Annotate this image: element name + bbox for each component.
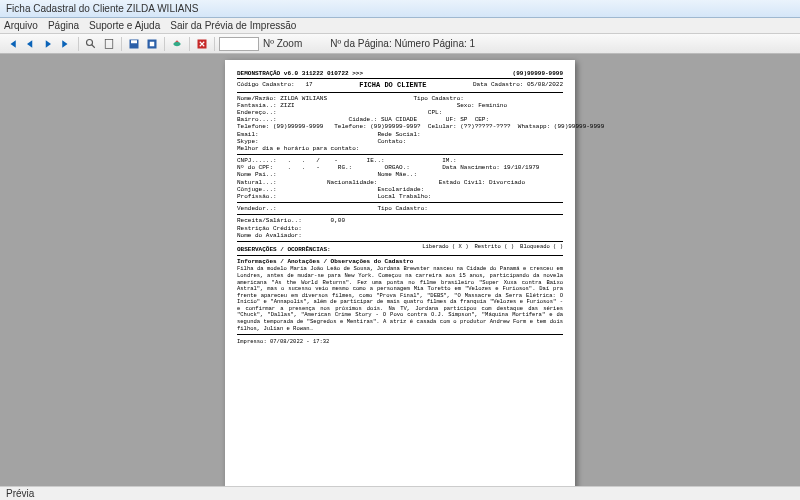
data-cadastro: Data Cadastro: 05/08/2022 bbox=[473, 81, 563, 89]
field-receita: Receita/Salário..: 0,00 bbox=[237, 217, 563, 224]
nav-last-button[interactable] bbox=[58, 36, 74, 52]
window-titlebar: Ficha Cadastral do Cliente ZILDA WILIANS bbox=[0, 0, 800, 18]
report-page: DEMONSTRAÇÃO v6.0 311222 010722 >>> (99)… bbox=[225, 60, 575, 486]
report-header-left: DEMONSTRAÇÃO v6.0 311222 010722 >>> bbox=[237, 70, 363, 77]
svg-point-0 bbox=[87, 39, 93, 45]
field-profissao: Profissão.: Local Trabalho: bbox=[237, 193, 563, 200]
field-telefone: Telefone: (99)99999-9999 Telefone: (99)9… bbox=[237, 123, 563, 130]
menu-suporte[interactable]: Suporte e Ajuda bbox=[89, 20, 160, 31]
menu-arquivo[interactable]: Arquivo bbox=[4, 20, 38, 31]
close-button[interactable] bbox=[194, 36, 210, 52]
codigo-value: 17 bbox=[305, 81, 312, 88]
nav-next-button[interactable] bbox=[40, 36, 56, 52]
flag-restrito: Restrito ( ) bbox=[474, 244, 514, 253]
separator bbox=[214, 37, 215, 51]
obs-title: OBSERVAÇÕES / OCORRÊNCIAS: bbox=[237, 246, 331, 253]
field-restricao: Restrição Crédito: bbox=[237, 225, 563, 232]
open-button[interactable] bbox=[144, 36, 160, 52]
flag-liberado: Liberado ( X ) bbox=[422, 244, 468, 253]
menu-sair[interactable]: Sair da Prévia de Impressão bbox=[170, 20, 296, 31]
preview-workspace: DEMONSTRAÇÃO v6.0 311222 010722 >>> (99)… bbox=[0, 54, 800, 486]
svg-rect-5 bbox=[150, 41, 155, 46]
field-vendedor: Vendedor..: Tipo Cadastro: bbox=[237, 205, 563, 212]
impresso-footer: Impresso: 07/08/2022 - 17:32 bbox=[237, 339, 563, 346]
separator bbox=[164, 37, 165, 51]
field-natural: Natural...: Nacionalidade: Estado Civil:… bbox=[237, 179, 563, 186]
zoom-input[interactable] bbox=[219, 37, 259, 51]
menu-bar: Arquivo Página Suporte e Ajuda Sair da P… bbox=[0, 18, 800, 34]
field-endereco: Endereço..: CPL: bbox=[237, 109, 563, 116]
field-avaliador: Nome do Avaliador: bbox=[237, 232, 563, 239]
field-nome: Nome/Razão: ZILDA WILIANS Tipo Cadastro: bbox=[237, 95, 563, 102]
status-bar: Prévia bbox=[0, 486, 800, 500]
svg-rect-1 bbox=[105, 39, 113, 48]
field-melhor-dia: Melhor dia e horário para contato: bbox=[237, 145, 563, 152]
fullpage-button[interactable] bbox=[101, 36, 117, 52]
field-skype: Skype: Contato: bbox=[237, 138, 563, 145]
info-title: Informações / Anotações / Observações do… bbox=[237, 258, 563, 265]
field-fantasia: Fantasia..: ZIZI Sexo: Feminino bbox=[237, 102, 563, 109]
zoom-label: Nº Zoom bbox=[263, 38, 302, 49]
field-bairro: Bairro....: Cidade.: SUA CIDADE UF: SP C… bbox=[237, 116, 563, 123]
nav-prev-button[interactable] bbox=[22, 36, 38, 52]
codigo-label: Código Cadastro: bbox=[237, 81, 295, 88]
separator bbox=[189, 37, 190, 51]
toolbar: Nº Zoom Nº da Página: Número Página: 1 bbox=[0, 34, 800, 54]
status-text: Prévia bbox=[6, 488, 34, 499]
menu-pagina[interactable]: Página bbox=[48, 20, 79, 31]
svg-rect-3 bbox=[131, 40, 137, 43]
obs-text: Filha da modelo Maria João Leão de Sousa… bbox=[237, 266, 563, 332]
separator bbox=[121, 37, 122, 51]
field-cpf: Nº do CPF: . . - RG.: ORGAO.: Data Nasci… bbox=[237, 164, 563, 171]
print-button[interactable] bbox=[169, 36, 185, 52]
nav-first-button[interactable] bbox=[4, 36, 20, 52]
ficha-title: FICHA DO CLIENTE bbox=[359, 81, 426, 89]
report-header-right: (99)99999-9999 bbox=[513, 70, 563, 77]
window-title: Ficha Cadastral do Cliente ZILDA WILIANS bbox=[6, 3, 198, 14]
field-conjuge: Cônjuge...: Escolaridade: bbox=[237, 186, 563, 193]
save-button[interactable] bbox=[126, 36, 142, 52]
zoom-tool-button[interactable] bbox=[83, 36, 99, 52]
field-pai: Nome Pai..: Nome Mãe..: bbox=[237, 171, 563, 178]
flag-bloqueado: Bloqueado ( ) bbox=[520, 244, 563, 253]
field-email: Email: Rede Social: bbox=[237, 131, 563, 138]
separator bbox=[78, 37, 79, 51]
field-cnpj: CNPJ......: . . / - IE..: IM.: bbox=[237, 157, 563, 164]
page-number-label: Nº da Página: Número Página: 1 bbox=[330, 38, 475, 49]
